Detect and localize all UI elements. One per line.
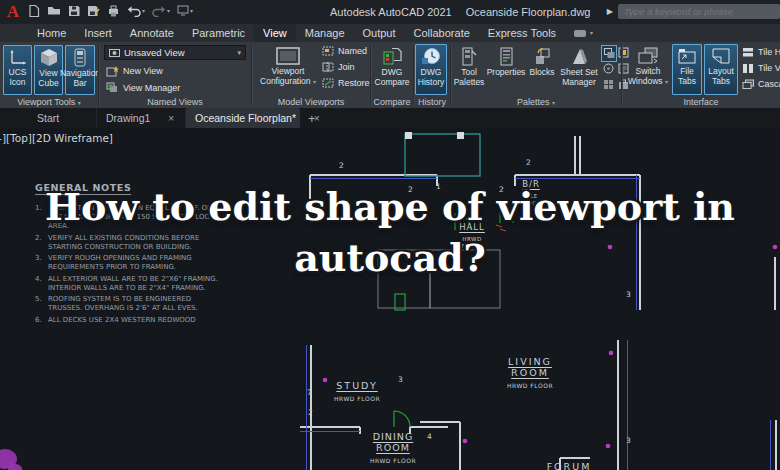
plan-number: 2 <box>339 161 344 170</box>
properties-icon <box>499 47 514 66</box>
dwg-history-icon <box>421 47 441 66</box>
app-title: Autodesk AutoCAD 2021 <box>330 6 452 18</box>
redo-dropdown-icon[interactable]: ▾ <box>167 8 170 14</box>
tile-horizontally-button[interactable]: Tile Horizontally <box>742 47 780 57</box>
view-cube-button[interactable]: View Cube <box>34 45 63 95</box>
join-viewports-icon <box>322 62 334 72</box>
new-drawing-tab-button[interactable]: + <box>300 108 324 128</box>
viewport-configuration-button[interactable]: Viewport Configuration ▾ <box>256 45 320 93</box>
dwg-compare-button[interactable]: DWG Compare <box>373 45 411 93</box>
palette-grid-icon-3[interactable] <box>601 61 615 76</box>
view-manager-button[interactable]: View Manager <box>106 82 180 94</box>
unsaved-view-icon <box>109 48 120 58</box>
panel-named-views: Unsaved View ▾ New View View Manager Nam… <box>99 42 251 108</box>
panel-palettes: Tool Palettes Properties Blocks Sheet Se… <box>451 42 621 108</box>
panel-model-viewports: Viewport Configuration ▾ Named Join Rest… <box>252 42 370 108</box>
panel-label-compare: Compare <box>371 97 413 107</box>
new-file-icon[interactable] <box>28 4 40 17</box>
ribbon-tab-row: Home Insert Annotate Parametric View Man… <box>0 24 780 42</box>
sheet-set-manager-button[interactable]: Sheet Set Manager <box>559 45 599 93</box>
dwg-compare-icon <box>383 47 402 66</box>
view-dropdown[interactable]: Unsaved View ▾ <box>104 45 246 60</box>
autocad-window: A ▾ ▾ ▾ Autodesk AutoCAD 2021 Oceanside … <box>0 0 780 470</box>
ribbon-options-button[interactable]: ▾ <box>573 24 593 42</box>
tab-parametric[interactable]: Parametric <box>183 24 254 42</box>
tile-vertically-icon <box>742 63 754 73</box>
save-icon[interactable] <box>68 5 80 17</box>
tab-insert[interactable]: Insert <box>75 24 121 42</box>
panel-label-interface: Interface <box>622 97 780 107</box>
navigation-bar-button[interactable]: Navigation Bar <box>65 45 95 95</box>
undo-icon[interactable]: ▾ <box>127 5 145 17</box>
layout-tabs-icon <box>711 47 731 65</box>
dwg-history-button[interactable]: DWG History <box>415 44 447 95</box>
workspace-icon[interactable]: ▾ <box>177 5 193 16</box>
tab-view[interactable]: View <box>254 24 296 42</box>
palette-grid-icon-1[interactable] <box>601 45 617 62</box>
room-label-living-room: LIVING ROOM HRWD FLOOR <box>488 356 572 390</box>
file-tab-drawing1[interactable]: Drawing1 × <box>97 108 186 128</box>
tab-collaborate[interactable]: Collaborate <box>405 24 479 42</box>
ucs-icon-button[interactable]: UCS Icon <box>3 45 32 95</box>
plan-number: 2 <box>526 158 531 167</box>
plan-number: 2 <box>308 408 313 417</box>
search-input[interactable] <box>618 4 780 19</box>
switch-windows-button[interactable]: Switch Windows ▾ <box>626 45 670 93</box>
switch-windows-icon <box>637 47 659 65</box>
undo-dropdown-icon[interactable]: ▾ <box>142 8 145 14</box>
named-viewports-button[interactable]: Named <box>322 46 367 56</box>
plan-number: 3 <box>398 375 403 384</box>
tab-annotate[interactable]: Annotate <box>121 24 183 42</box>
panel-label-viewport-tools[interactable]: Viewport Tools ▾ <box>0 97 98 107</box>
plan-number: 3 <box>626 436 631 445</box>
room-label-study: STUDY HRWD FLOOR <box>328 374 386 403</box>
restore-viewports-button[interactable]: Restore <box>322 78 370 88</box>
panel-history: DWG History History <box>414 42 450 108</box>
drawing-canvas[interactable]: [-][Top][2D Wireframe] GENERAL NOTES FOU… <box>0 128 780 470</box>
plot-icon[interactable] <box>107 5 120 17</box>
properties-button[interactable]: Properties <box>487 45 525 93</box>
blocks-icon <box>534 47 551 66</box>
join-viewports-button[interactable]: Join <box>322 62 355 72</box>
tab-express-tools[interactable]: Express Tools <box>479 24 565 42</box>
cascade-button[interactable]: Cascade <box>742 79 780 89</box>
panel-compare: DWG Compare Compare <box>371 42 413 108</box>
navigation-bar-icon <box>74 48 86 67</box>
search-arrow-icon[interactable]: ▶ <box>607 7 613 16</box>
panel-viewport-tools: UCS Icon View Cube Navigation Bar Viewpo… <box>0 42 98 108</box>
palette-grid-icon-5[interactable] <box>601 77 615 92</box>
tile-vertically-button[interactable]: Tile Vertically <box>742 63 780 73</box>
save-as-icon[interactable] <box>87 5 100 17</box>
tab-manage[interactable]: Manage <box>296 24 354 42</box>
file-tab-oceanside-floorplan[interactable]: Oceanside Floorplan* × <box>186 108 300 128</box>
room-label-dining-room: DINING ROOM HRWD FLOOR <box>363 431 423 465</box>
redo-icon[interactable]: ▾ <box>152 5 170 17</box>
named-viewports-icon <box>322 46 334 56</box>
panel-label-named-views: Named Views <box>99 97 251 107</box>
tile-horizontally-icon <box>742 47 754 57</box>
file-tab-start[interactable]: Start <box>28 108 97 128</box>
tool-palettes-button[interactable]: Tool Palettes <box>453 45 485 93</box>
ucs-axes-icon <box>8 48 28 66</box>
floorplan-linework: 2 2 1 2 2 3 7 2 3 4 3 <box>0 128 780 470</box>
tab-output[interactable]: Output <box>354 24 405 42</box>
help-search: ▶ <box>607 4 780 19</box>
tab-home[interactable]: Home <box>28 24 75 42</box>
panel-label-model-viewports: Model Viewports <box>252 97 370 107</box>
tool-palettes-icon <box>461 47 477 66</box>
plan-number: 7 <box>307 388 312 397</box>
featured-apps-icon <box>573 29 587 38</box>
sheet-set-manager-icon <box>570 47 588 66</box>
restore-viewports-icon <box>322 78 334 88</box>
panel-label-palettes[interactable]: Palettes ▾ <box>451 97 621 107</box>
blocks-button[interactable]: Blocks <box>527 45 557 93</box>
open-folder-icon[interactable] <box>47 5 61 16</box>
close-tab-icon[interactable]: × <box>168 113 174 124</box>
layout-tabs-button[interactable]: Layout Tabs <box>704 44 738 95</box>
view-cube-icon <box>38 48 60 67</box>
file-tabs-button[interactable]: File Tabs <box>672 44 702 95</box>
autocad-logo-icon[interactable]: A <box>2 1 24 23</box>
viewport-configuration-icon <box>275 47 301 65</box>
new-view-button[interactable]: New View <box>106 65 163 77</box>
panel-interface: Switch Windows ▾ File Tabs Layout Tabs T… <box>622 42 780 108</box>
